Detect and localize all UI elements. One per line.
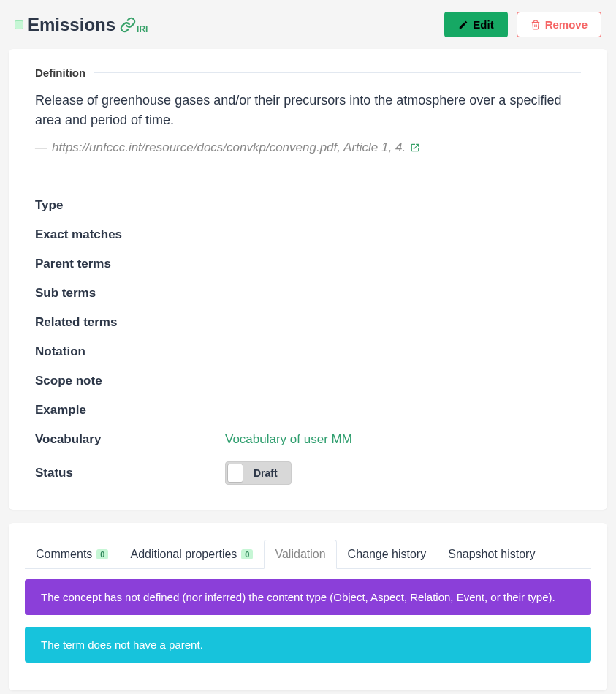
remove-label: Remove (545, 18, 588, 31)
field-scope-note: Scope note (35, 366, 581, 396)
tab-additional-properties[interactable]: Additional properties 0 (119, 540, 264, 569)
edit-button[interactable]: Edit (444, 12, 507, 37)
scope-note-label: Scope note (35, 374, 225, 388)
tab-comments[interactable]: Comments 0 (25, 540, 119, 569)
type-label: Type (35, 198, 225, 213)
example-label: Example (35, 403, 225, 418)
sub-terms-label: Sub terms (35, 286, 225, 301)
notation-label: Notation (35, 344, 225, 359)
field-notation: Notation (35, 337, 581, 366)
iri-label: IRI (137, 24, 148, 34)
toggle-knob (227, 464, 243, 483)
status-toggle[interactable]: Draft (225, 461, 292, 485)
iri-link[interactable]: IRI (120, 17, 148, 33)
tabs-card: Comments 0 Additional properties 0 Valid… (9, 523, 607, 690)
section-divider (35, 173, 581, 173)
vocabulary-link[interactable]: Vocabulary of user MM (225, 432, 352, 447)
tab-validation-label: Validation (275, 548, 325, 561)
related-terms-label: Related terms (35, 315, 225, 330)
additional-count-badge: 0 (241, 549, 253, 559)
tab-snapshot-history[interactable]: Snapshot history (437, 540, 546, 569)
definition-label: Definition (35, 67, 85, 79)
parent-terms-label: Parent terms (35, 257, 225, 271)
tab-snapshot-history-label: Snapshot history (448, 548, 535, 561)
tab-validation[interactable]: Validation (264, 540, 336, 569)
edit-label: Edit (473, 18, 493, 31)
remove-button[interactable]: Remove (517, 12, 601, 37)
status-dot-icon (15, 20, 23, 29)
field-example: Example (35, 396, 581, 425)
page-title: Emissions (28, 15, 115, 35)
tab-change-history-label: Change history (348, 548, 427, 561)
source-link[interactable]: https://unfccc.int/resource/docs/convkp/… (52, 140, 406, 155)
source-prefix: — (35, 140, 47, 155)
tab-comments-label: Comments (36, 548, 92, 561)
definition-header: Definition (35, 67, 581, 79)
status-value: Draft (243, 467, 289, 479)
field-exact-matches: Exact matches (35, 220, 581, 249)
page-header: Emissions IRI Edit Remove (9, 9, 607, 49)
comments-count-badge: 0 (96, 549, 108, 559)
vocabulary-label: Vocabulary (35, 432, 225, 447)
status-field-label: Status (35, 466, 225, 480)
link-icon (120, 17, 136, 33)
action-buttons: Edit Remove (444, 12, 601, 37)
field-status: Status Draft (35, 454, 581, 492)
external-link-icon (410, 143, 420, 153)
field-parent-terms: Parent terms (35, 249, 581, 279)
validation-message-error: The concept has not defined (nor inferre… (25, 579, 591, 615)
trash-icon (531, 20, 541, 30)
field-related-terms: Related terms (35, 308, 581, 337)
tab-additional-label: Additional properties (130, 548, 237, 561)
field-sub-terms: Sub terms (35, 279, 581, 308)
tabs-bar: Comments 0 Additional properties 0 Valid… (25, 539, 591, 569)
validation-messages: The concept has not defined (nor inferre… (25, 569, 591, 663)
exact-matches-label: Exact matches (35, 227, 225, 242)
divider-line (94, 72, 581, 73)
definition-source: — https://unfccc.int/resource/docs/convk… (35, 140, 581, 155)
definition-text: Release of greenhouse gases and/or their… (35, 91, 581, 130)
validation-message-info: The term does not have a parent. (25, 627, 591, 663)
title-group: Emissions IRI (15, 15, 148, 35)
pencil-icon (458, 20, 468, 30)
field-type: Type (35, 191, 581, 220)
details-card: Definition Release of greenhouse gases a… (9, 49, 607, 510)
field-vocabulary: Vocabulary Vocabulary of user MM (35, 425, 581, 454)
tab-change-history[interactable]: Change history (337, 540, 438, 569)
